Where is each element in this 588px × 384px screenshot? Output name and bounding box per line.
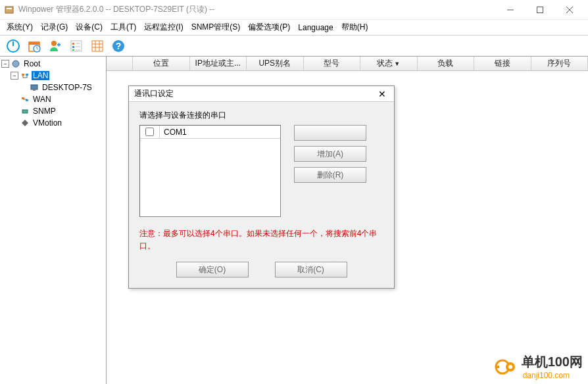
computer-icon xyxy=(29,82,39,93)
menu-language[interactable]: Language xyxy=(294,21,337,34)
svg-rect-1 xyxy=(7,8,12,9)
close-button[interactable] xyxy=(554,1,584,19)
svg-rect-34 xyxy=(31,85,37,89)
menu-snmp[interactable]: SNMP管理(S) xyxy=(187,20,245,35)
svg-rect-30 xyxy=(26,74,28,76)
tree-label: LAN xyxy=(32,71,49,80)
tree-label: SNMP xyxy=(32,107,57,116)
sort-icon: ▼ xyxy=(394,60,400,67)
watermark: 单机100网 danji100.com xyxy=(494,353,583,380)
tree-label: VMotion xyxy=(32,118,63,128)
tree-vmotion[interactable]: VMotion xyxy=(1,117,105,129)
maximize-button[interactable] xyxy=(525,1,554,19)
watermark-logo-icon xyxy=(494,355,518,379)
port-name: COM1 xyxy=(160,128,280,137)
minimize-button[interactable] xyxy=(495,1,525,19)
tree-desktop[interactable]: DESKTOP-7S xyxy=(1,82,105,93)
menu-help[interactable]: 帮助(H) xyxy=(337,20,372,35)
window-titlebar: Winpower 管理器6.2.0.0 -- DESKTOP-7S29EIT (… xyxy=(0,0,588,20)
svg-text:?: ? xyxy=(116,41,122,51)
svg-rect-9 xyxy=(29,42,39,45)
th-ip[interactable]: IP地址或主... xyxy=(190,57,247,70)
port-checkbox-cell xyxy=(140,126,160,138)
tree-wan[interactable]: WAN xyxy=(1,93,105,105)
svg-rect-35 xyxy=(33,89,36,91)
th-serial[interactable]: 序列号 xyxy=(531,57,589,70)
th-link[interactable]: 链接 xyxy=(474,57,531,70)
svg-rect-17 xyxy=(72,49,74,51)
svg-rect-0 xyxy=(5,7,13,13)
tree-label: DESKTOP-7S xyxy=(41,83,93,92)
toolbar-schedule-button[interactable] xyxy=(25,37,43,55)
snmp-icon xyxy=(20,106,30,116)
dialog-title: 通讯口设定 xyxy=(134,88,376,99)
th-load[interactable]: 负载 xyxy=(418,57,475,70)
watermark-text: 单机100网 xyxy=(522,353,583,371)
th-blank[interactable] xyxy=(107,57,133,70)
toolbar-list-button[interactable] xyxy=(67,37,86,55)
toolbar-help-button[interactable]: ? xyxy=(109,37,128,55)
dialog-instruction: 请选择与设备连接的串口 xyxy=(139,110,383,121)
ok-button[interactable]: 确定(O) xyxy=(176,262,249,277)
menu-log[interactable]: 记录(G) xyxy=(37,20,72,35)
toolbar-user-button[interactable] xyxy=(46,37,64,55)
toolbar: ? xyxy=(0,36,588,57)
table-header: 位置 IP地址或主... UPS别名 型号 状态▼ 负载 链接 序列号 xyxy=(107,57,588,71)
menu-remote[interactable]: 远程监控(I) xyxy=(140,20,187,35)
app-icon xyxy=(4,5,14,15)
window-controls xyxy=(495,1,584,19)
svg-rect-3 xyxy=(537,7,543,12)
toolbar-grid-button[interactable] xyxy=(88,37,107,55)
svg-point-28 xyxy=(12,60,19,67)
port-checkbox[interactable] xyxy=(145,128,154,136)
port-item[interactable]: COM1 xyxy=(140,126,280,139)
svg-rect-44 xyxy=(495,366,499,368)
window-title: Winpower 管理器6.2.0.0 -- DESKTOP-7S29EIT (… xyxy=(18,4,495,15)
dialog-notice: 注意：最多可以选择4个串口。如果未选择任何一个，将搜索前4个串口。 xyxy=(139,228,383,252)
toolbar-power-button[interactable] xyxy=(4,37,22,55)
th-status[interactable]: 状态▼ xyxy=(360,57,418,70)
svg-rect-29 xyxy=(22,74,24,76)
port-list: COM1 xyxy=(139,125,281,217)
com-port-dialog: 通讯口设定 ✕ 请选择与设备连接的串口 COM1 增加(A) 删除(R) 注意：… xyxy=(128,85,395,289)
watermark-url: danji100.com xyxy=(523,371,583,380)
th-model[interactable]: 型号 xyxy=(304,57,361,70)
vmotion-icon xyxy=(20,118,30,128)
tree-label: WAN xyxy=(32,95,53,104)
dialog-body: 请选择与设备连接的串口 COM1 增加(A) 删除(R) 注意：最多可以选择4个… xyxy=(129,102,394,288)
th-location[interactable]: 位置 xyxy=(133,57,190,70)
svg-point-43 xyxy=(508,365,512,369)
remove-button[interactable]: 删除(R) xyxy=(294,167,366,183)
svg-rect-39 xyxy=(22,110,28,113)
menu-tools[interactable]: 工具(T) xyxy=(107,20,140,35)
th-status-label: 状态 xyxy=(377,58,393,69)
svg-rect-16 xyxy=(72,46,74,48)
tree-root[interactable]: − Root xyxy=(1,58,105,70)
menu-preferences[interactable]: 偏爱选项(P) xyxy=(244,20,294,35)
add-button[interactable]: 增加(A) xyxy=(294,146,366,162)
dialog-bottom-buttons: 确定(O) 取消(C) xyxy=(139,262,383,277)
svg-point-13 xyxy=(51,41,57,46)
collapse-icon[interactable]: − xyxy=(1,60,9,68)
blank-button[interactable] xyxy=(294,125,366,141)
cancel-button[interactable]: 取消(C) xyxy=(275,262,347,277)
dialog-close-button[interactable]: ✕ xyxy=(376,87,389,101)
menu-system[interactable]: 系统(Y) xyxy=(3,20,37,35)
root-icon xyxy=(11,59,21,69)
wan-icon xyxy=(20,94,30,105)
svg-rect-15 xyxy=(72,43,74,45)
lan-icon xyxy=(20,70,30,81)
svg-marker-40 xyxy=(22,120,28,126)
tree-label: Root xyxy=(22,59,41,68)
th-alias[interactable]: UPS别名 xyxy=(247,57,304,70)
svg-rect-21 xyxy=(92,41,103,51)
tree-panel: − Root − LAN DESKTOP-7S WAN SNMP VMoti xyxy=(0,57,107,384)
tree-lan[interactable]: − LAN xyxy=(1,70,105,82)
menu-device[interactable]: 设备(C) xyxy=(72,20,107,35)
tree-snmp[interactable]: SNMP xyxy=(1,105,105,117)
collapse-icon[interactable]: − xyxy=(11,72,18,80)
menubar: 系统(Y) 记录(G) 设备(C) 工具(T) 远程监控(I) SNMP管理(S… xyxy=(0,20,588,36)
dialog-side-buttons: 增加(A) 删除(R) xyxy=(294,125,366,217)
dialog-titlebar: 通讯口设定 ✕ xyxy=(129,86,394,102)
